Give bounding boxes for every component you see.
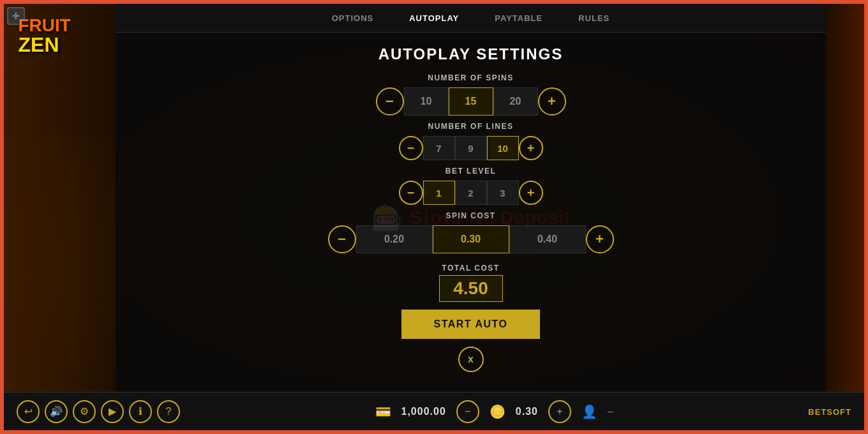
spins-val-2[interactable]: 20 bbox=[493, 87, 538, 116]
total-cost-section: TOTAL COST 4.50 bbox=[439, 264, 503, 302]
profile-icon: 👤 bbox=[581, 404, 597, 419]
spins-decrease-btn[interactable]: − bbox=[376, 87, 404, 116]
play-btn[interactable]: ▶ bbox=[101, 400, 124, 423]
lines-val-2[interactable]: 10 bbox=[487, 136, 519, 160]
bottom-controls-left: ↩ 🔊 ⚙ ▶ ℹ ? bbox=[17, 400, 180, 423]
bet-control: − 1 2 3 + bbox=[399, 181, 543, 205]
spin-cost-decrease-btn[interactable]: − bbox=[328, 225, 356, 253]
spin-cost-val-2[interactable]: 0.40 bbox=[509, 225, 586, 253]
bet-section: BET LEVEL − 1 2 3 + bbox=[116, 167, 826, 205]
autoplay-panel: 🎰 Slots No Deposit AUTOPLAY SETTINGS NUM… bbox=[116, 33, 826, 430]
settings-btn[interactable]: ⚙ bbox=[73, 400, 96, 423]
wallet-icon: 💳 bbox=[375, 404, 391, 419]
bet-decrease-btn[interactable]: − bbox=[399, 181, 423, 205]
total-cost-value: 4.50 bbox=[439, 275, 503, 302]
back-btn[interactable]: ↩ bbox=[17, 400, 40, 423]
spins-increase-btn[interactable]: + bbox=[538, 87, 566, 116]
total-cost-label: TOTAL COST bbox=[442, 264, 499, 273]
lines-decrease-btn[interactable]: − bbox=[399, 136, 423, 160]
nav-rules[interactable]: RULES bbox=[573, 11, 615, 26]
bottom-center: 💳 1,000.00 − 🪙 0.30 + 👤 – bbox=[180, 400, 808, 423]
nav-paytable[interactable]: PAYTABLE bbox=[490, 11, 548, 26]
spins-val-0[interactable]: 10 bbox=[404, 87, 449, 116]
left-panel: ✛ FRUIT ZEN bbox=[4, 4, 116, 430]
bottom-right: BETSOFT bbox=[808, 407, 851, 417]
bet-val-2[interactable]: 3 bbox=[487, 181, 519, 205]
coin-icon: 🪙 bbox=[490, 404, 505, 419]
bet-display: 0.30 bbox=[516, 406, 538, 417]
bg-figure bbox=[4, 137, 116, 392]
lines-label: NUMBER OF LINES bbox=[428, 122, 514, 131]
balance-value: 1,000.00 bbox=[401, 406, 446, 417]
panel-title: AUTOPLAY SETTINGS bbox=[378, 45, 564, 63]
sound-btn[interactable]: 🔊 bbox=[45, 400, 68, 423]
spins-label: NUMBER OF SPINS bbox=[428, 73, 514, 82]
spins-section: NUMBER OF SPINS − 10 15 20 + bbox=[116, 73, 826, 116]
spin-cost-label: SPIN COST bbox=[445, 211, 495, 220]
lines-control: − 7 9 10 + bbox=[399, 136, 543, 160]
spin-cost-increase-btn[interactable]: + bbox=[586, 225, 614, 253]
bet-val-0[interactable]: 1 bbox=[423, 181, 455, 205]
bottom-bar: ↩ 🔊 ⚙ ▶ ℹ ? 💳 1,000.00 − 🪙 0.30 + 👤 – BE… bbox=[4, 392, 864, 430]
help-btn[interactable]: ? bbox=[157, 400, 180, 423]
spin-cost-val-0[interactable]: 0.20 bbox=[356, 225, 433, 253]
close-icon: x bbox=[468, 354, 474, 365]
spin-cost-section: SPIN COST − 0.20 0.30 0.40 + bbox=[116, 211, 826, 253]
lines-increase-btn[interactable]: + bbox=[519, 136, 543, 160]
bet-increase-bottom-btn[interactable]: + bbox=[548, 400, 571, 423]
betsoft-logo: BETSOFT bbox=[808, 407, 851, 417]
close-button[interactable]: x bbox=[458, 347, 484, 372]
spins-control: − 10 15 20 + bbox=[376, 87, 566, 116]
main-content: OPTIONS AUTOPLAY PAYTABLE RULES 🎰 Slots … bbox=[116, 4, 826, 430]
logo-fruit: FRUIT bbox=[19, 17, 101, 34]
lines-val-1[interactable]: 9 bbox=[455, 136, 487, 160]
nav-autoplay[interactable]: AUTOPLAY bbox=[404, 11, 464, 26]
bet-label: BET LEVEL bbox=[445, 167, 497, 176]
info-btn[interactable]: ℹ bbox=[129, 400, 152, 423]
bet-increase-btn[interactable]: + bbox=[519, 181, 543, 205]
game-frame: ✛ FRUIT ZEN OPTIONS AUTOPLAY PAYTABLE RU… bbox=[0, 0, 868, 434]
bet-decrease-bottom-btn[interactable]: − bbox=[456, 400, 479, 423]
bet-val-1[interactable]: 2 bbox=[455, 181, 487, 205]
top-nav: OPTIONS AUTOPLAY PAYTABLE RULES bbox=[116, 4, 826, 33]
game-logo: FRUIT ZEN bbox=[19, 17, 101, 80]
right-panel bbox=[826, 4, 864, 430]
lines-val-0[interactable]: 7 bbox=[423, 136, 455, 160]
start-auto-button[interactable]: START AUTO bbox=[401, 310, 539, 339]
spin-cost-val-1[interactable]: 0.30 bbox=[433, 225, 509, 253]
nav-options[interactable]: OPTIONS bbox=[327, 11, 379, 26]
logo-zen: ZEN bbox=[19, 34, 101, 55]
spin-cost-control: − 0.20 0.30 0.40 + bbox=[328, 225, 614, 253]
lines-section: NUMBER OF LINES − 7 9 10 + bbox=[116, 122, 826, 160]
spins-val-1[interactable]: 15 bbox=[449, 87, 493, 116]
dash-display: – bbox=[608, 406, 613, 417]
